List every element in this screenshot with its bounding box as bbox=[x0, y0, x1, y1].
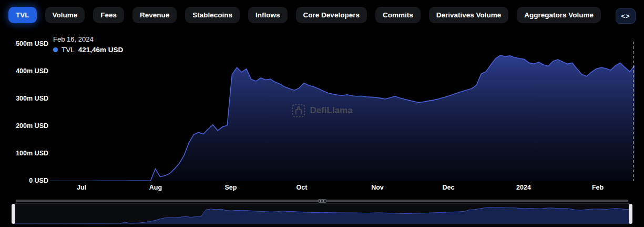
tooltip-series-label: TVL bbox=[62, 46, 75, 54]
tab-derivatives-volume[interactable]: Derivatives Volume bbox=[429, 7, 509, 23]
y-axis: 500m USD 400m USD 300m USD 200m USD 100m… bbox=[0, 0, 48, 227]
brush-area-fill bbox=[13, 208, 631, 224]
y-tick-300m: 300m USD bbox=[16, 95, 48, 102]
y-tick-500m: 500m USD bbox=[16, 40, 48, 47]
tvl-area-chart[interactable] bbox=[50, 40, 635, 181]
x-tick-dec: Dec bbox=[443, 184, 455, 191]
series-dot-icon bbox=[53, 47, 58, 52]
y-tick-100m: 100m USD bbox=[16, 150, 48, 157]
tab-fees[interactable]: Fees bbox=[93, 7, 124, 23]
y-tick-0: 0 USD bbox=[29, 177, 48, 184]
y-tick-200m: 200m USD bbox=[16, 122, 48, 130]
tooltip-date: Feb 16, 2024 bbox=[53, 35, 123, 43]
tab-stablecoins[interactable]: Stablecoins bbox=[185, 7, 240, 23]
tooltip-series-row: TVL 421,46m USD bbox=[53, 46, 123, 54]
x-tick-2024: 2024 bbox=[516, 184, 531, 191]
x-tick-aug: Aug bbox=[149, 184, 162, 191]
x-tick-feb: Feb bbox=[592, 184, 604, 191]
defillama-chart-panel: { "tabs": [ {"label": "TVL", "active": t… bbox=[0, 0, 644, 227]
tab-core-developers[interactable]: Core Developers bbox=[296, 7, 367, 23]
tab-volume[interactable]: Volume bbox=[45, 7, 85, 23]
tooltip-value: 421,46m USD bbox=[78, 46, 124, 54]
x-tick-jul: Jul bbox=[77, 184, 86, 191]
range-brush[interactable] bbox=[13, 203, 631, 224]
chart-tooltip: Feb 16, 2024 TVL 421,46m USD bbox=[53, 35, 123, 54]
tab-bar: TVLVolumeFeesRevenueStablecoinsInflowsCo… bbox=[8, 7, 601, 23]
x-tick-sep: Sep bbox=[225, 184, 237, 191]
tab-aggregators-volume[interactable]: Aggregators Volume bbox=[517, 7, 601, 23]
tab-revenue[interactable]: Revenue bbox=[132, 7, 177, 23]
embed-code-button[interactable]: <> bbox=[616, 8, 636, 24]
tab-commits[interactable]: Commits bbox=[375, 7, 421, 23]
brush-handle-left[interactable] bbox=[12, 204, 15, 224]
tab-inflows[interactable]: Inflows bbox=[248, 7, 288, 23]
y-tick-400m: 400m USD bbox=[16, 67, 48, 75]
area-fill bbox=[50, 55, 635, 181]
x-tick-oct: Oct bbox=[297, 184, 308, 191]
brush-mini-chart bbox=[13, 203, 631, 224]
brush-handle-right[interactable] bbox=[629, 204, 632, 224]
timeline-scrollbar-grip[interactable] bbox=[318, 199, 326, 203]
code-brackets-icon: <> bbox=[621, 12, 630, 20]
x-tick-nov: Nov bbox=[371, 184, 384, 191]
